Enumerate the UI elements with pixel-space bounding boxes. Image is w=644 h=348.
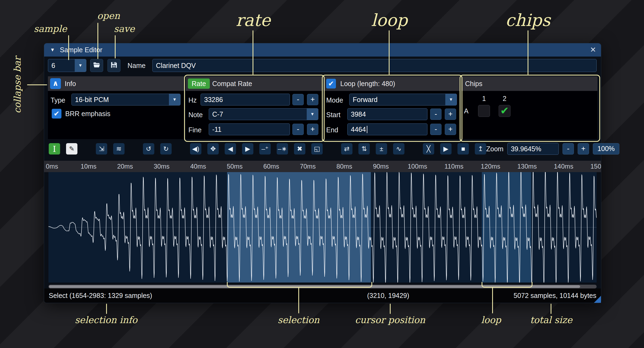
annotation-line-chips (528, 30, 528, 75)
ruler-tick: 30ms (154, 161, 170, 172)
timeline-ruler[interactable]: 0ms10ms20ms30ms40ms50ms60ms70ms80ms90ms1… (44, 161, 601, 172)
loop-section-header: ✔ Loop (length: 480) (323, 76, 460, 91)
zoom-out-button[interactable]: - (563, 143, 574, 155)
collapse-window-icon[interactable]: ▼ (50, 43, 55, 57)
window-title: Sample Editor (60, 43, 102, 57)
stop-preview-button[interactable]: ■ (457, 143, 469, 155)
annotation-line-open (97, 23, 98, 59)
redo-button[interactable]: ↻ (160, 143, 172, 155)
fade-in-button[interactable]: ◀ (225, 143, 236, 155)
annotation-open: open (97, 10, 120, 21)
loop-end-plus-button[interactable]: + (445, 124, 456, 135)
loop-start-minus-button[interactable]: - (430, 109, 442, 120)
loop-enable-checkbox[interactable]: ✔ (326, 79, 336, 88)
ruler-tick: 40ms (190, 161, 206, 172)
loop-start-input[interactable]: 3984 (347, 108, 427, 120)
waveform-canvas[interactable] (48, 172, 597, 283)
chevron-down-icon[interactable]: ▼ (307, 109, 318, 120)
select-tool-button[interactable]: I (49, 143, 60, 155)
loop-start-plus-button[interactable]: + (445, 109, 456, 120)
loop-header-label: Loop (length: 480) (340, 76, 395, 91)
hz-minus-button[interactable]: - (292, 94, 304, 105)
resize-grip[interactable] (594, 296, 601, 303)
annotation-line-rate (253, 30, 253, 75)
chevron-down-icon[interactable]: ▼ (75, 59, 86, 72)
zoom-reset-button[interactable]: 100% (593, 143, 619, 155)
fade-out-button[interactable]: ▶ (242, 143, 253, 155)
draw-tool-button[interactable]: ✎ (66, 143, 77, 155)
sample-name-input[interactable]: Clarinet DQV (152, 59, 597, 72)
sign-invert-button[interactable]: ± (376, 143, 387, 155)
annotation-line-save (115, 35, 116, 58)
chip-column-1-label: 1 (478, 93, 490, 104)
sample-number-dropdown[interactable]: 6 ▼ (48, 59, 86, 72)
delete-button[interactable]: ✖ (294, 143, 305, 155)
ruler-tick: 20ms (117, 161, 133, 172)
normalize-button[interactable]: ✥ (207, 143, 219, 155)
ruler-tick: 130ms (517, 161, 537, 172)
hz-plus-button[interactable]: + (307, 94, 318, 105)
close-icon[interactable]: ✕ (590, 43, 596, 57)
chevron-down-icon[interactable]: ▼ (169, 94, 180, 105)
note-dropdown[interactable]: C-7 ▼ (209, 108, 318, 120)
rate-badge[interactable]: Rate (188, 78, 210, 89)
zoom-controls: Zoom 39.9645% - + 100% (486, 143, 619, 155)
amplify-button[interactable]: ◀) (190, 143, 201, 155)
insert-silence-button[interactable]: –⁺ (259, 143, 271, 155)
apply-silence-button[interactable]: –∗ (277, 143, 288, 155)
reverse-button[interactable]: ⇄ (341, 143, 352, 155)
loop-mode-dropdown[interactable]: Forward ▼ (349, 94, 457, 106)
annotation-line-sample (68, 35, 69, 60)
toolbar: I✎⇲≋↺↻◀)✥◀▶–⁺–∗✖◱⇄⇅±∿╳▶■↥ Zoom 39.9645% … (44, 143, 601, 155)
chip-row-label: A (464, 105, 469, 117)
upload-button[interactable]: ↥ (475, 143, 486, 155)
preview-button[interactable]: ▶ (440, 143, 452, 155)
loop-end-minus-button[interactable]: - (430, 124, 442, 135)
annotation-loop-region: loop (481, 314, 501, 325)
collapse-info-button[interactable]: ∧ (50, 78, 61, 89)
horizontal-scrollbar[interactable] (48, 285, 597, 288)
total-size-text: 5072 samples, 10144 bytes (514, 288, 596, 303)
annotation-save: save (114, 23, 135, 34)
zoom-input[interactable]: 39.9645% (507, 143, 559, 155)
annotation-line-loop (389, 30, 390, 75)
filter-button[interactable]: ∿ (393, 143, 404, 155)
fine-plus-button[interactable]: + (307, 124, 318, 135)
undo-button[interactable]: ↺ (143, 143, 154, 155)
resample-button[interactable]: ≋ (113, 143, 125, 155)
save-sample-button[interactable] (107, 59, 120, 72)
loop-mode-value: Forward (349, 94, 445, 105)
type-label: Type (51, 94, 65, 106)
brr-emphasis-label[interactable]: BRR emphasis (65, 108, 110, 120)
sample-type-dropdown[interactable]: 16-bit PCM ▼ (71, 94, 181, 106)
loop-mode-label: Mode (326, 94, 343, 106)
ruler-tick: 150ms (590, 161, 601, 172)
fine-minus-button[interactable]: - (292, 124, 304, 135)
ruler-tick: 100ms (408, 161, 427, 172)
brr-emphasis-checkbox[interactable]: ✔ (52, 109, 61, 119)
trim-button[interactable]: ◱ (311, 143, 323, 155)
titlebar[interactable]: ▼ Sample Editor ✕ (44, 43, 601, 57)
info-section-header[interactable]: ∧ Info (48, 76, 184, 91)
fine-input[interactable]: -11 (209, 123, 290, 135)
crossfade-button[interactable]: ╳ (423, 143, 434, 155)
loop-end-input[interactable]: 4464 (347, 123, 427, 135)
hz-input[interactable]: 33286 (201, 94, 290, 106)
sample-number-value: 6 (48, 59, 75, 72)
annotation-rate: rate (236, 10, 270, 30)
annotation-line-collapse-bar (27, 84, 47, 85)
ruler-tick: 90ms (373, 161, 389, 172)
zoom-in-button[interactable]: + (578, 143, 589, 155)
open-sample-button[interactable] (90, 59, 103, 72)
chevron-down-icon[interactable]: ▼ (445, 94, 457, 105)
sample-editor-window: ▼ Sample Editor ✕ 6 ▼ Name Clarinet DQV … (44, 43, 601, 303)
annotation-line-total-size (551, 304, 551, 314)
sample-type-value: 16-bit PCM (72, 94, 169, 105)
chip-enable-checkbox-1[interactable] (478, 105, 490, 117)
invert-button[interactable]: ⇅ (358, 143, 370, 155)
waveform-view[interactable] (48, 172, 597, 283)
annotation-line-loop-region (492, 287, 493, 313)
resize-button[interactable]: ⇲ (96, 143, 107, 155)
scrollbar-thumb[interactable] (49, 285, 580, 288)
chip-enable-checkbox-2[interactable]: ✔ (499, 105, 511, 117)
